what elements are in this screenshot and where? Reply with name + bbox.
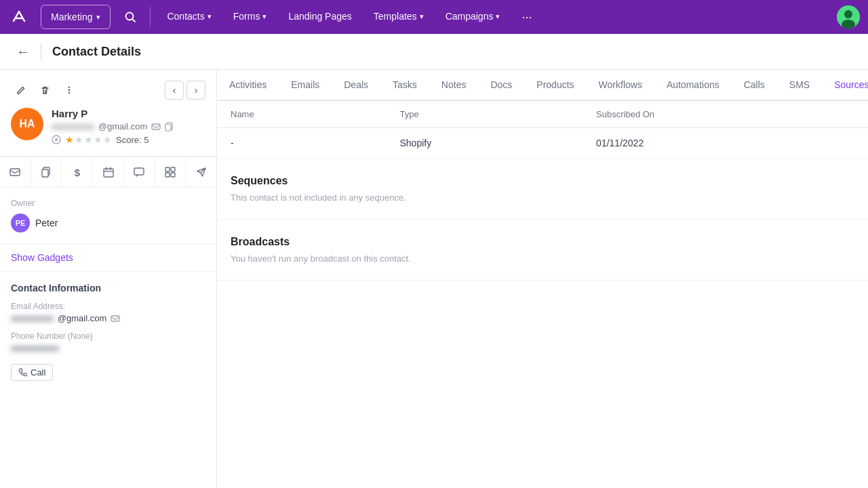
- svg-rect-17: [134, 168, 144, 175]
- grid-action-icon[interactable]: [155, 157, 186, 187]
- contacts-nav-item[interactable]: Contacts ▾: [159, 0, 219, 34]
- next-contact-button[interactable]: ›: [186, 81, 205, 100]
- phone-icon: [18, 368, 27, 377]
- send-action-icon[interactable]: [186, 157, 216, 187]
- templates-nav-item[interactable]: Templates ▾: [366, 0, 432, 34]
- marketing-chevron-icon: ▾: [96, 13, 100, 22]
- contact-info-title: Contact Information: [11, 283, 205, 293]
- header-divider: [41, 43, 41, 60]
- tab-automations[interactable]: Automations: [654, 70, 732, 101]
- broadcasts-title: Broadcasts: [231, 236, 854, 248]
- contact-information-section: Contact Information Email Address: ●●●●●…: [0, 272, 216, 392]
- search-button[interactable]: [119, 5, 142, 28]
- svg-rect-19: [171, 167, 175, 171]
- phone-field-label: Phone Number (None): [11, 331, 205, 341]
- right-panel: Activities Emails Deals Tasks Notes Docs…: [217, 70, 868, 488]
- campaigns-chevron-icon: ▾: [496, 12, 500, 21]
- calendar-action-icon[interactable]: [93, 157, 124, 187]
- svg-point-4: [68, 87, 70, 88]
- svg-point-5: [68, 89, 70, 91]
- sources-tab-content: Name Type Subscribed On - Shopify 01/11/…: [217, 101, 868, 488]
- templates-chevron-icon: ▾: [420, 12, 424, 21]
- svg-rect-13: [10, 169, 20, 176]
- owner-label: Owner: [11, 199, 205, 208]
- tab-sources[interactable]: Sources: [822, 70, 868, 101]
- nav-divider: [150, 7, 151, 27]
- sequences-section: Sequences This contact is not included i…: [217, 159, 868, 220]
- table-row: - Shopify 01/11/2022: [217, 128, 868, 159]
- source-type: Shopify: [386, 128, 583, 159]
- owner-name: Peter: [35, 218, 58, 228]
- broadcasts-empty-text: You haven't run any broadcast on this co…: [231, 253, 854, 264]
- svg-rect-20: [165, 173, 170, 177]
- logo[interactable]: [8, 6, 30, 28]
- owner-avatar: PE: [11, 214, 30, 232]
- sources-col-name: Name: [217, 101, 386, 128]
- tab-calls[interactable]: Calls: [732, 70, 777, 101]
- tab-deals[interactable]: Deals: [332, 70, 380, 101]
- svg-rect-9: [165, 124, 171, 131]
- tab-activities[interactable]: Activities: [217, 70, 279, 101]
- svg-rect-16: [104, 169, 113, 177]
- tab-sms[interactable]: SMS: [777, 70, 822, 101]
- more-options-button[interactable]: [60, 81, 79, 100]
- source-name: -: [217, 128, 386, 159]
- more-nav-item[interactable]: ···: [513, 0, 540, 34]
- sequences-title: Sequences: [231, 175, 854, 187]
- email-action-icon[interactable]: [0, 157, 31, 187]
- forms-nav-item[interactable]: Forms ▾: [225, 0, 275, 34]
- svg-rect-7: [152, 124, 160, 129]
- campaigns-nav-item[interactable]: Campaigns ▾: [437, 0, 509, 34]
- edit-button[interactable]: [11, 81, 30, 100]
- svg-rect-15: [42, 169, 48, 177]
- marketing-label: Marketing: [51, 12, 92, 22]
- forms-chevron-icon: ▾: [262, 12, 267, 21]
- email-field-value: ●●●●●●●● @gmail.com: [11, 313, 205, 323]
- content-area: ‹ › HA Harry P ●●●●●●●● @gmail.com: [0, 70, 868, 488]
- phone-field-value: ●●●●●●●●●: [11, 343, 205, 353]
- contact-email-blurred: ●●●●●●●●: [52, 121, 94, 131]
- contact-name: Harry P: [52, 108, 205, 119]
- svg-rect-18: [165, 167, 170, 171]
- page-title: Contact Details: [52, 45, 141, 59]
- contacts-chevron-icon: ▾: [208, 12, 212, 21]
- score-label: Score: 5: [116, 135, 149, 145]
- back-button[interactable]: ←: [16, 44, 30, 60]
- source-subscribed-on: 01/11/2022: [583, 128, 868, 159]
- prev-contact-button[interactable]: ‹: [165, 81, 184, 100]
- copy-action-icon[interactable]: [31, 157, 62, 187]
- page-header: ← Contact Details: [0, 34, 868, 70]
- email-verify-icon: [111, 314, 120, 323]
- email-icon: [151, 122, 161, 131]
- user-avatar[interactable]: [837, 5, 860, 28]
- svg-point-2: [844, 10, 852, 18]
- email-field-label: Email Address:: [11, 302, 205, 311]
- score-status-icon: [52, 135, 61, 144]
- tab-tasks[interactable]: Tasks: [380, 70, 429, 101]
- contact-email-domain: @gmail.com: [98, 121, 147, 131]
- sequences-empty-text: This contact is not included in any sequ…: [231, 192, 854, 203]
- landing-pages-nav-item[interactable]: Landing Pages: [280, 0, 359, 34]
- tabs-bar: Activities Emails Deals Tasks Notes Docs…: [217, 70, 868, 101]
- svg-rect-21: [171, 173, 175, 177]
- sources-table: Name Type Subscribed On - Shopify 01/11/…: [217, 101, 868, 159]
- owner-section: Owner PE Peter: [0, 188, 216, 244]
- show-gadgets-button[interactable]: Show Gadgets: [0, 244, 216, 272]
- dollar-action-icon[interactable]: $: [62, 157, 93, 187]
- delete-button[interactable]: [35, 81, 54, 100]
- tab-docs[interactable]: Docs: [478, 70, 524, 101]
- contact-stars: ★ ★ ★ ★ ★: [65, 134, 112, 145]
- contact-card: ‹ › HA Harry P ●●●●●●●● @gmail.com: [0, 70, 216, 157]
- copy-icon[interactable]: [165, 122, 174, 131]
- sources-col-subscribed: Subscribed On: [583, 101, 868, 128]
- broadcasts-section: Broadcasts You haven't run any broadcast…: [217, 220, 868, 281]
- tab-emails[interactable]: Emails: [279, 70, 332, 101]
- marketing-dropdown[interactable]: Marketing ▾: [41, 5, 111, 29]
- tab-products[interactable]: Products: [524, 70, 586, 101]
- sources-col-type: Type: [386, 101, 583, 128]
- contact-avatar: HA: [11, 108, 43, 140]
- message-action-icon[interactable]: [124, 157, 155, 187]
- tab-notes[interactable]: Notes: [429, 70, 479, 101]
- call-button[interactable]: Call: [11, 364, 53, 381]
- tab-workflows[interactable]: Workflows: [587, 70, 654, 101]
